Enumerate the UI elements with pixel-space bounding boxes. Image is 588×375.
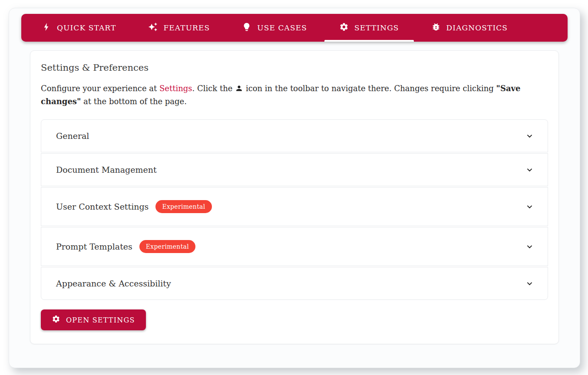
intro-text: Configure your experience at Settings. C… [41, 82, 548, 108]
experimental-badge: Experimental [155, 200, 211, 213]
bolt-icon [42, 22, 51, 33]
tab-use-cases[interactable]: USE CASES [226, 14, 323, 42]
accordion-user-context-settings[interactable]: User Context Settings Experimental [41, 187, 548, 226]
active-tab-indicator [324, 40, 414, 42]
accordion-label: User Context Settings [56, 202, 149, 211]
accordion-appearance-accessibility[interactable]: Appearance & Accessibility [41, 267, 548, 300]
gear-icon [339, 22, 349, 33]
experimental-badge: Experimental [139, 240, 195, 253]
accordion-label: Prompt Templates [56, 242, 132, 251]
intro-part2: . Click the [192, 84, 235, 93]
tab-label: FEATURES [163, 23, 210, 32]
person-icon [235, 84, 243, 93]
tab-settings[interactable]: SETTINGS [323, 14, 415, 42]
tab-quick-start[interactable]: QUICK START [26, 14, 132, 42]
chevron-down-icon[interactable] [525, 202, 535, 212]
sparkles-icon [148, 22, 158, 33]
accordion-general[interactable]: General [41, 119, 548, 152]
bug-icon [431, 22, 441, 33]
tab-features[interactable]: FEATURES [132, 14, 226, 42]
gear-icon [52, 315, 60, 325]
chevron-down-icon[interactable] [525, 279, 535, 289]
tab-label: SETTINGS [354, 23, 399, 32]
tab-diagnostics[interactable]: DIAGNOSTICS [415, 14, 524, 42]
accordion-label: Document Management [56, 165, 157, 174]
accordion-document-management[interactable]: Document Management [41, 153, 548, 186]
tab-label: USE CASES [257, 23, 307, 32]
chevron-down-icon[interactable] [525, 131, 535, 141]
accordion-label: General [56, 131, 89, 141]
tab-label: QUICK START [57, 23, 116, 32]
accordion-prompt-templates[interactable]: Prompt Templates Experimental [41, 227, 548, 266]
button-label: OPEN SETTINGS [66, 316, 135, 324]
settings-accordion: General Document Management User Context… [41, 119, 548, 300]
app-window: QUICK START FEATURES USE CASES SETTINGS [9, 8, 580, 368]
tab-label: DIAGNOSTICS [446, 23, 508, 32]
open-settings-button[interactable]: OPEN SETTINGS [41, 309, 146, 330]
intro-part3: icon in the toolbar to navigate there. C… [243, 84, 496, 93]
accordion-label: Appearance & Accessibility [56, 279, 171, 288]
intro-part1: Configure your experience at [41, 84, 159, 93]
chevron-down-icon[interactable] [525, 165, 535, 175]
chevron-down-icon[interactable] [525, 242, 535, 252]
page-title: Settings & Preferences [41, 62, 548, 73]
settings-panel: Settings & Preferences Configure your ex… [30, 50, 559, 344]
settings-link[interactable]: Settings [159, 84, 192, 93]
tab-bar: QUICK START FEATURES USE CASES SETTINGS [21, 14, 568, 42]
lightbulb-icon [242, 22, 251, 33]
intro-part4: at the bottom of the page. [81, 97, 187, 106]
